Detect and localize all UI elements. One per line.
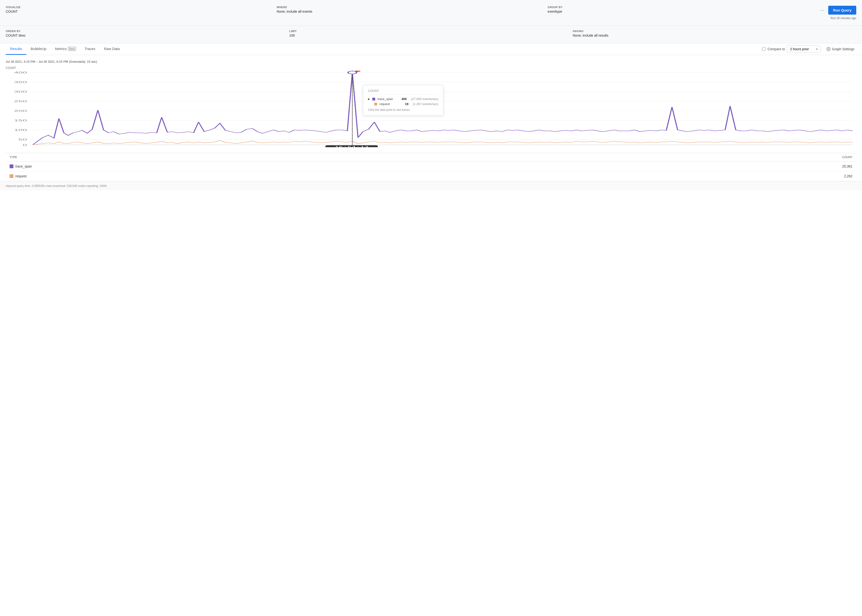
svg-text:350: 350: [14, 81, 27, 83]
row-type-trace-span: trace_span: [9, 164, 535, 168]
visualize-value: COUNT: [6, 9, 273, 13]
tab-bubbleup[interactable]: BubbleUp: [26, 43, 51, 55]
limit-section: LIMIT 100: [289, 28, 573, 39]
tooltip-count-trace-span: 405: [401, 97, 407, 101]
swatch-request: [9, 174, 13, 178]
table-row[interactable]: request 2,262: [6, 171, 856, 181]
tooltip-title: COUNT: [368, 89, 439, 95]
tooltip-name-trace-span: trace_span: [378, 97, 399, 101]
svg-text:0: 0: [23, 144, 27, 146]
tab-results[interactable]: Results: [6, 43, 26, 55]
groupby-value: eventtype: [547, 9, 815, 13]
chart-container[interactable]: 400 350 300 250 200 150 100 50 0: [6, 71, 856, 147]
compare-to-control: Compare to 2 hours prior 1 hour prior 1 …: [762, 46, 820, 53]
chart-y-label: COUNT: [6, 66, 856, 70]
count-request: 2,262: [538, 171, 856, 181]
tooltip-name-request: request: [379, 102, 401, 106]
results-table: type COUNT trace_span 25,361 request: [6, 153, 856, 181]
tab-rawdata[interactable]: Raw Data: [100, 43, 124, 55]
visualize-section: VISUALIZE COUNT: [6, 4, 277, 22]
svg-text:300: 300: [14, 90, 27, 93]
swatch-trace-span: [9, 164, 13, 168]
limit-value: 100: [289, 33, 569, 37]
tooltip-rate-request: (1.267 events/sec): [413, 102, 439, 106]
col-type: type: [6, 153, 538, 162]
having-value: None; include all results: [573, 33, 853, 37]
footer-text: elapsed query time: 2.085535s rows exami…: [6, 184, 107, 188]
compare-to-label: Compare to: [768, 47, 785, 51]
tooltip-color-trace-span: [372, 97, 375, 101]
svg-text:250: 250: [14, 100, 27, 103]
svg-text:200: 200: [14, 109, 27, 112]
limit-label: LIMIT: [289, 30, 569, 33]
tab-metrics[interactable]: Metrics Beta: [51, 43, 80, 55]
orderby-label: ORDER BY: [6, 30, 285, 33]
tooltip-expand-icon[interactable]: ▶: [368, 97, 370, 100]
run-query-section: ··· Run Query Run 20 minutes ago: [819, 4, 856, 22]
tooltip-row-request: request 19 (1.267 events/sec): [368, 102, 439, 106]
compare-to-select-wrapper: 2 hours prior 1 hour prior 1 day prior 1…: [787, 46, 821, 53]
more-options-button[interactable]: ···: [819, 8, 827, 13]
groupby-label: GROUP BY: [547, 6, 815, 9]
row-type-request: request: [9, 174, 535, 178]
tooltip-count-request: 19: [405, 102, 408, 106]
having-section: HAVING None; include all results: [573, 28, 856, 39]
run-query-button[interactable]: Run Query: [828, 6, 856, 14]
type-label-request: request: [15, 174, 27, 178]
svg-text:100: 100: [14, 129, 27, 131]
tabs-right-controls: Compare to 2 hours prior 1 hour prior 1 …: [762, 46, 856, 53]
footer: elapsed query time: 2.085535s rows exami…: [0, 181, 862, 190]
tooltip-color-request: [374, 103, 377, 105]
beta-badge: Beta: [68, 47, 76, 51]
tooltip-rate-trace-span: (27.000 events/sec): [411, 97, 439, 101]
count-trace-span: 25,361: [538, 162, 856, 171]
svg-text:50: 50: [19, 138, 27, 141]
cursor-label-text: 16:54:13: [335, 146, 368, 147]
where-value: None; include all events: [277, 9, 544, 13]
type-label-trace-span: trace_span: [15, 164, 32, 168]
chart-title: Jul 28 2021, 4:15 PM – Jul 28 2021, 6:15…: [6, 60, 856, 63]
svg-text:400: 400: [14, 71, 27, 74]
query-bar: VISUALIZE COUNT WHERE None; include all …: [0, 0, 862, 26]
tabs-bar: Results BubbleUp Metrics Beta Traces Raw…: [0, 43, 862, 55]
orderby-value: COUNT desc: [6, 33, 285, 37]
orderby-section: ORDER BY COUNT desc: [6, 28, 289, 39]
having-label: HAVING: [573, 30, 853, 33]
graph-settings-button[interactable]: Graph Settings: [824, 46, 856, 53]
query-bar-row2: ORDER BY COUNT desc LIMIT 100 HAVING Non…: [0, 26, 862, 43]
graph-settings-label: Graph Settings: [832, 47, 854, 51]
table-row[interactable]: trace_span 25,361: [6, 162, 856, 171]
svg-text:150: 150: [14, 119, 27, 122]
tooltip-cta: Click the data point to see traces: [368, 108, 439, 112]
gear-icon: [826, 47, 831, 51]
chart-tooltip: COUNT ▶ trace_span 405 (27.000 events/se…: [363, 85, 444, 116]
where-label: WHERE: [277, 6, 544, 9]
tooltip-row-trace-span: ▶ trace_span 405 (27.000 events/sec): [368, 97, 439, 101]
tab-traces[interactable]: Traces: [80, 43, 100, 55]
compare-to-checkbox[interactable]: [762, 47, 766, 51]
where-section: WHERE None; include all events: [277, 4, 548, 22]
col-count: COUNT: [538, 153, 856, 162]
visualize-label: VISUALIZE: [6, 6, 273, 9]
cursor-circle: [348, 71, 357, 74]
chart-area: Jul 28 2021, 4:15 PM – Jul 28 2021, 6:15…: [0, 55, 862, 147]
compare-to-select[interactable]: 2 hours prior 1 hour prior 1 day prior 1…: [787, 46, 821, 53]
groupby-section: GROUP BY eventtype: [547, 4, 819, 22]
run-time-label: Run 20 minutes ago: [831, 17, 856, 20]
svg-point-0: [828, 49, 829, 50]
